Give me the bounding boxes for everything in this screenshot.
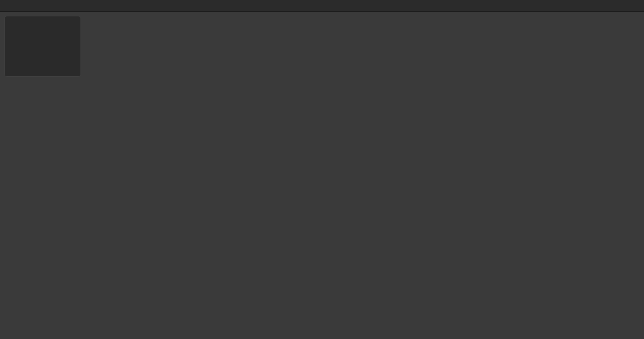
title-bar (0, 0, 644, 12)
grid-container (0, 12, 644, 339)
close-button[interactable] (632, 2, 640, 10)
folder-card[interactable] (4, 16, 81, 77)
